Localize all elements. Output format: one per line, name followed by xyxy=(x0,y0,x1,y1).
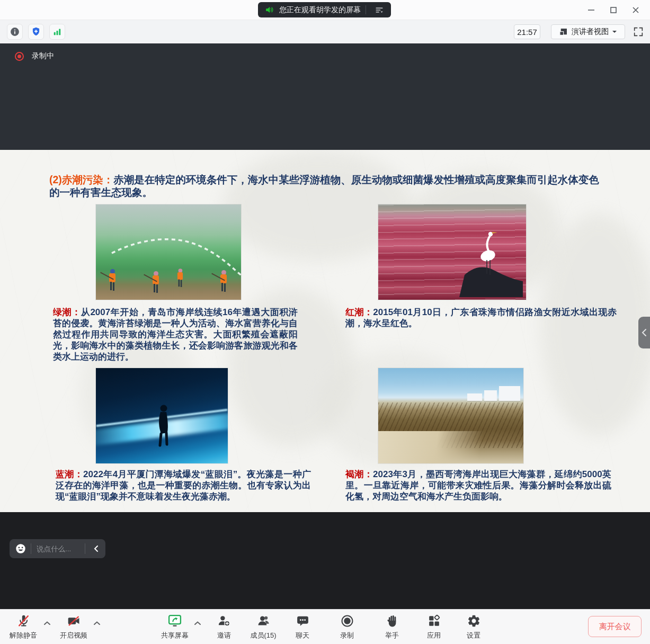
share-screen-button[interactable]: 共享屏幕 xyxy=(156,613,194,642)
sand-foreground xyxy=(378,431,523,463)
gear-icon xyxy=(467,614,481,628)
green-tide-caption: 绿潮：从2007年开始，青岛市海岸线连续16年遭遇大面积浒苔的侵袭。黄海浒苔绿潮… xyxy=(53,307,298,362)
worker-figure xyxy=(108,269,117,291)
worker-figure xyxy=(176,269,184,288)
minimize-icon xyxy=(587,6,595,14)
maximize-button[interactable] xyxy=(602,2,625,19)
invite-button[interactable]: 邀请 xyxy=(205,613,243,642)
red-tide-text: 2015年01月10日，广东省珠海市情侣路渔女附近水域出现赤潮，海水呈红色。 xyxy=(345,307,617,328)
brown-tide-photo xyxy=(378,368,523,463)
screen-share-banner: 您正在观看胡学发的屏幕 xyxy=(258,2,391,17)
members-button[interactable]: 成员(15) xyxy=(244,613,282,642)
security-button[interactable] xyxy=(28,24,44,40)
blue-tide-photo xyxy=(96,368,228,463)
close-icon xyxy=(631,6,640,14)
start-video-button[interactable]: 开启视频 xyxy=(55,613,93,642)
banner-menu-button[interactable] xyxy=(371,4,388,16)
meeting-statusbar: 21:57 演讲者视图 xyxy=(0,20,650,43)
quick-chat-bar xyxy=(10,539,105,558)
red-tide-caption: 红潮：2015年01月10日，广东省珠海市情侣路渔女附近水域出现赤潮，海水呈红色… xyxy=(345,307,617,329)
share-options-chevron[interactable] xyxy=(194,619,202,628)
recording-dot-icon xyxy=(15,52,24,61)
slide-title-text: 赤潮是在特定的环境条件下，海水中某些浮游植物、原生动物或细菌爆发性增殖或高度聚集… xyxy=(49,174,599,198)
collapse-panel-tab[interactable] xyxy=(638,317,650,348)
chat-divider xyxy=(31,543,31,554)
close-button[interactable] xyxy=(625,2,647,19)
chevron-left-icon xyxy=(93,545,99,552)
red-tide-photo xyxy=(378,204,526,300)
recording-indicator: 录制中 xyxy=(15,51,54,61)
chat-label: 聊天 xyxy=(296,631,309,640)
leave-meeting-button[interactable]: 离开会议 xyxy=(588,616,642,637)
egret-bird-figure xyxy=(455,218,524,297)
worker-figure xyxy=(219,270,228,292)
settings-button[interactable]: 设置 xyxy=(455,613,493,642)
record-circle-icon xyxy=(340,614,354,628)
raised-hand-icon xyxy=(385,614,399,628)
apps-button[interactable]: 应用 xyxy=(415,613,453,642)
meeting-info-button[interactable] xyxy=(7,24,23,40)
titlebar: 您正在观看胡学发的屏幕 xyxy=(0,0,650,20)
video-options-chevron[interactable] xyxy=(93,619,102,628)
shared-slide: (2)赤潮污染：赤潮是在特定的环境条件下，海水中某些浮游植物、原生动物或细菌爆发… xyxy=(0,150,650,512)
unmute-label: 解除静音 xyxy=(10,631,37,640)
chat-bubble-icon xyxy=(296,614,310,628)
chevron-up-icon xyxy=(93,621,102,626)
signal-bars-icon xyxy=(52,26,63,37)
list-menu-icon xyxy=(374,5,385,15)
chat-collapse-button[interactable] xyxy=(90,545,102,552)
network-status-button[interactable] xyxy=(49,24,65,40)
caret-down-icon xyxy=(612,30,617,34)
stage-bottom-area xyxy=(0,512,650,609)
view-mode-selector[interactable]: 演讲者视图 xyxy=(551,24,625,39)
layout-icon xyxy=(559,27,568,37)
chevron-left-icon xyxy=(641,328,647,337)
apps-grid-icon xyxy=(427,614,441,628)
fullscreen-button[interactable] xyxy=(633,25,645,38)
slide-title-label: (2)赤潮污染： xyxy=(49,174,113,185)
green-tide-photo xyxy=(96,204,241,300)
worker-figure xyxy=(151,271,161,293)
members-icon xyxy=(256,614,271,628)
building xyxy=(484,390,497,401)
start-video-label: 开启视频 xyxy=(60,631,87,640)
window-controls xyxy=(580,0,647,20)
camera-off-icon xyxy=(67,614,81,628)
mic-options-chevron[interactable] xyxy=(43,619,52,628)
shield-plus-icon xyxy=(31,26,41,37)
invite-person-icon xyxy=(217,614,231,628)
person-silhouette xyxy=(137,395,190,453)
info-icon xyxy=(10,26,20,37)
chat-message-input[interactable] xyxy=(35,544,81,553)
brown-tide-text: 2023年3月，墨西哥湾海岸出现巨大海藻群，延绵约5000英里。一旦靠近海岸，可… xyxy=(345,469,611,502)
raise-hand-label: 举手 xyxy=(385,631,399,640)
voov-meeting-window: 您正在观看胡学发的屏幕 xyxy=(0,0,650,644)
brown-tide-label: 褐潮： xyxy=(345,469,373,479)
raise-hand-button[interactable]: 举手 xyxy=(373,613,411,642)
meeting-timer: 21:57 xyxy=(514,24,540,39)
smiley-icon xyxy=(15,543,26,554)
red-tide-label: 红潮： xyxy=(345,307,373,317)
chevron-up-icon xyxy=(43,621,52,626)
green-tide-label: 绿潮： xyxy=(53,307,81,317)
view-mode-label: 演讲者视图 xyxy=(572,27,609,37)
green-tide-text: 从2007年开始，青岛市海岸线连续16年遭遇大面积浒苔的侵袭。黄海浒苔绿潮是一种… xyxy=(53,307,298,362)
slide-title: (2)赤潮污染：赤潮是在特定的环境条件下，海水中某些浮游植物、原生动物或细菌爆发… xyxy=(49,173,609,199)
share-screen-icon xyxy=(167,614,183,628)
members-label: 成员(15) xyxy=(250,631,276,640)
building xyxy=(499,386,520,401)
brown-tide-caption: 褐潮：2023年3月，墨西哥湾海岸出现巨大海藻群，延绵约5000英里。一旦靠近海… xyxy=(345,469,611,502)
record-button[interactable]: 录制 xyxy=(328,613,366,642)
chat-button[interactable]: 聊天 xyxy=(283,613,322,642)
record-label: 录制 xyxy=(340,631,354,640)
invite-label: 邀请 xyxy=(217,631,231,640)
apps-label: 应用 xyxy=(427,631,441,640)
settings-label: 设置 xyxy=(467,631,480,640)
meeting-controlbar: 解除静音 开启视频 共享屏幕 邀请 xyxy=(0,609,650,644)
minimize-button[interactable] xyxy=(580,2,602,19)
stage-top-area: 录制中 xyxy=(0,43,650,150)
emoji-button[interactable] xyxy=(15,543,26,554)
unmute-button[interactable]: 解除静音 xyxy=(4,613,42,642)
banner-text: 您正在观看胡学发的屏幕 xyxy=(279,5,361,15)
speaker-icon xyxy=(264,5,274,15)
